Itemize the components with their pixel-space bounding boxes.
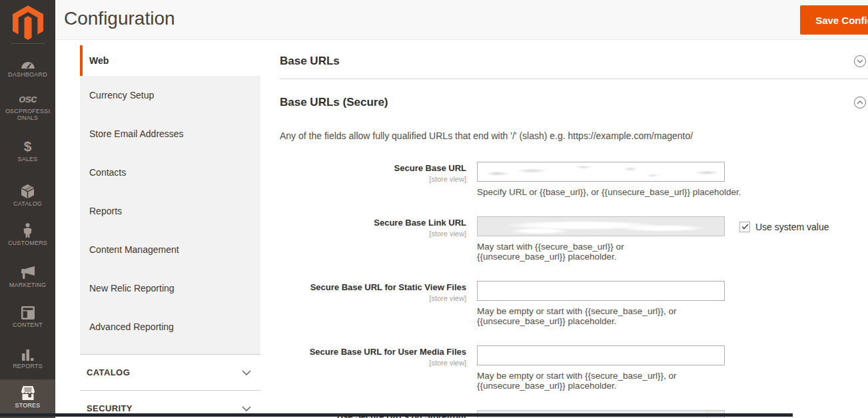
- section-title-base-urls-secure: Base URLs (Secure): [280, 96, 388, 109]
- field-label: Secure Base URL: [280, 162, 466, 174]
- sidebar-item-label: STORES: [0, 402, 55, 409]
- field-scope: [store view]: [280, 359, 466, 367]
- field-note: May be empty or start with {{secure_base…: [477, 371, 711, 391]
- person-icon: [0, 222, 55, 238]
- sidebar-divider: [11, 43, 45, 44]
- chevron-down-icon: [242, 406, 251, 411]
- field-label: Secure Base URL for Static View Files: [280, 281, 466, 293]
- field-scope: [store view]: [280, 175, 466, 183]
- field-note: May start with {{secure_base_url}} or {{…: [477, 242, 711, 262]
- field-row-secure-base-url-static: Secure Base URL for Static View Files [s…: [280, 281, 868, 327]
- field-scope: [store view]: [280, 294, 466, 302]
- sidebar-item-stores[interactable]: STORES: [0, 379, 55, 418]
- base-urls-secure-form: Secure Base URL [store view] Specify URL…: [280, 162, 868, 418]
- chevron-down-icon: [242, 370, 251, 375]
- use-system-value-checkbox[interactable]: [739, 222, 750, 232]
- sidebar-item-dashboard[interactable]: DASHBOARD: [0, 54, 55, 78]
- sidebar-item-label: SALES: [0, 156, 55, 162]
- field-note: Specify URL or {{base_url}}, or {{unsecu…: [477, 187, 725, 198]
- field-row-secure-base-link-url: Secure Base Link URL [store view] May st…: [280, 216, 868, 262]
- collapse-toggle-chevron-up-icon[interactable]: [854, 97, 866, 108]
- dollar-icon: $: [0, 138, 55, 154]
- secure-base-url-static-input[interactable]: [477, 281, 725, 301]
- config-nav-item-contacts[interactable]: Contacts: [80, 153, 260, 192]
- page-header: Configuration Save Config: [55, 0, 868, 40]
- secure-base-url-media-input[interactable]: [477, 345, 725, 365]
- config-nav-group: Currency Setup Store Email Addresses Con…: [80, 76, 260, 354]
- config-nav-item-reports[interactable]: Reports: [80, 192, 260, 230]
- sidebar-item-label: MARKETING: [0, 282, 55, 288]
- collapse-toggle-chevron-down-icon[interactable]: [854, 55, 866, 67]
- config-nav-item-web-active[interactable]: Web: [80, 45, 260, 76]
- field-row-secure-base-url: Secure Base URL [store view] Specify URL…: [280, 162, 868, 198]
- section-label: SECURITY: [87, 403, 133, 413]
- page-title: Configuration: [64, 8, 175, 29]
- osc-logo-icon: osc: [0, 89, 55, 106]
- section-label: CATALOG: [87, 367, 130, 377]
- store-icon: [0, 379, 55, 400]
- sidebar-item-label: CONTENT: [0, 321, 55, 328]
- sidebar-item-marketing[interactable]: MARKETING: [0, 264, 55, 288]
- field-note: May be empty or start with {{secure_base…: [477, 306, 711, 327]
- sidebar-item-reports[interactable]: REPORTS: [0, 345, 55, 369]
- sidebar-item-customers[interactable]: CUSTOMERS: [0, 222, 55, 246]
- field-row-secure-base-url-media: Secure Base URL for User Media Files [st…: [280, 345, 868, 391]
- secure-base-url-input[interactable]: [477, 162, 725, 182]
- bottom-edge-bar: [0, 413, 793, 417]
- sidebar-item-label: DASHBOARD: [0, 71, 55, 78]
- sidebar-item-label: CUSTOMERS: [0, 240, 55, 246]
- config-nav-item-content-management[interactable]: Content Management: [80, 230, 260, 269]
- field-label: Secure Base Link URL: [280, 216, 466, 228]
- secure-base-link-url-input[interactable]: [477, 216, 725, 236]
- megaphone-icon: [0, 264, 55, 280]
- config-nav-item-new-relic-reporting[interactable]: New Relic Reporting: [80, 269, 260, 308]
- config-nav: Web Currency Setup Store Email Addresses…: [80, 45, 260, 418]
- magento-logo-icon[interactable]: [0, 5, 55, 40]
- sidebar-item-label: OSCPROFESSIONALS: [2, 108, 54, 121]
- config-nav-section-catalog[interactable]: CATALOG: [80, 354, 260, 390]
- save-config-button[interactable]: Save Config: [800, 5, 868, 35]
- sidebar-item-oscprofessionals[interactable]: osc OSCPROFESSIONALS: [0, 89, 55, 121]
- config-content: Base URLs Base URLs (Secure) Any of the …: [280, 40, 868, 418]
- field-scope: [store view]: [280, 230, 466, 238]
- sidebar-item-sales[interactable]: $ SALES: [0, 138, 55, 162]
- config-nav-item-currency-setup[interactable]: Currency Setup: [80, 76, 260, 114]
- section-note: Any of the fields allow fully qualified …: [280, 130, 693, 141]
- app-sidebar: DASHBOARD osc OSCPROFESSIONALS $ SALES C…: [0, 0, 55, 418]
- section-title-base-urls: Base URLs: [280, 55, 340, 68]
- bar-chart-icon: [0, 345, 55, 361]
- layout-icon: [0, 304, 55, 319]
- config-nav-item-store-email-addresses[interactable]: Store Email Addresses: [80, 114, 260, 153]
- section-divider: [280, 79, 868, 79]
- field-label: Secure Base URL for User Media Files: [280, 345, 466, 357]
- use-system-value-label: Use system value: [755, 222, 829, 233]
- config-nav-item-advanced-reporting[interactable]: Advanced Reporting: [80, 308, 260, 346]
- sidebar-item-label: CATALOG: [0, 200, 55, 207]
- sidebar-item-content[interactable]: CONTENT: [0, 304, 55, 328]
- sidebar-item-label: REPORTS: [0, 363, 55, 369]
- sidebar-item-catalog[interactable]: CATALOG: [0, 183, 55, 207]
- box-icon: [0, 183, 55, 198]
- gauge-icon: [0, 54, 55, 69]
